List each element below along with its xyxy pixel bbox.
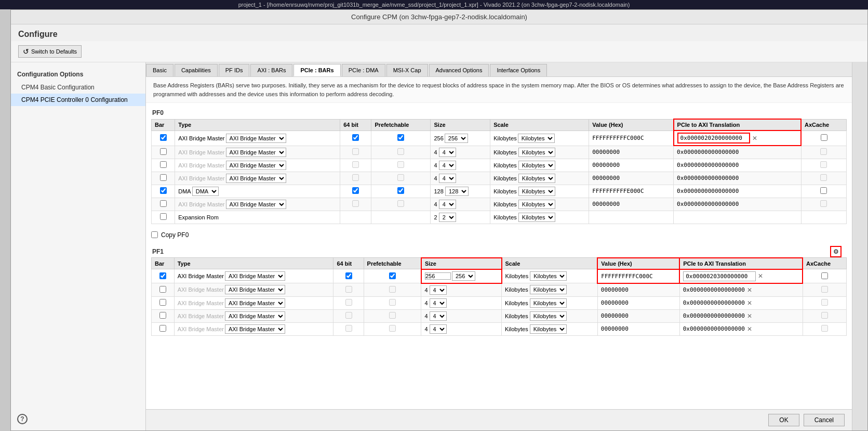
tab-pf-ids[interactable]: PF IDs [219, 64, 250, 76]
copy-pf0-label[interactable]: Copy PF0 [161, 231, 189, 239]
pf0-row6-enable[interactable] [160, 213, 167, 220]
tab-basic[interactable]: Basic [146, 64, 173, 76]
pf1-row1-size-select[interactable]: 4 [430, 285, 447, 295]
pf1-row2-axcache[interactable] [821, 299, 828, 306]
pf1-row0-axcache[interactable] [821, 272, 828, 279]
tab-capabilities[interactable]: Capabilities [175, 64, 218, 76]
pf0-row3-size-select[interactable]: 4 [439, 174, 456, 183]
pf0-row1-size-select[interactable]: 4 [439, 148, 456, 157]
pf1-row2-scale-select[interactable]: Kilobytes [530, 298, 567, 308]
pf1-row0-size-select[interactable]: 256 [452, 271, 475, 281]
pf1-row4-enable[interactable] [159, 325, 166, 332]
pf0-row5-type-select[interactable]: AXI Bridge Master [226, 200, 286, 209]
pf1-row0-type-select[interactable]: AXI Bridge Master [225, 271, 285, 281]
pf0-row5-axcache[interactable] [820, 200, 827, 207]
pf0-row0-axcache-checkbox[interactable] [821, 134, 827, 141]
pf1-row4-scale-select[interactable]: Kilobytes [530, 324, 567, 334]
pf0-row0-prefetchable-checkbox[interactable] [397, 134, 404, 141]
tab-msix-cap[interactable]: MSI-X Cap [386, 64, 428, 76]
pf1-row1-enable[interactable] [159, 286, 166, 293]
pf1-row1-64bit[interactable] [345, 286, 352, 293]
tab-advanced[interactable]: Advanced Options [429, 64, 489, 76]
pf0-row1-enable[interactable] [160, 148, 167, 155]
pf0-row1-scale-select[interactable]: Kilobytes [518, 148, 555, 157]
pf0-row3-axcache[interactable] [820, 174, 827, 181]
copy-pf0-checkbox[interactable] [151, 231, 158, 238]
pf1-row0-pcie-axi-input[interactable] [683, 271, 756, 281]
pf1-row0-prefetchable[interactable] [389, 272, 396, 279]
pf0-row5-64bit[interactable] [352, 200, 359, 207]
pf1-row3-scale-select[interactable]: Kilobytes [530, 311, 567, 321]
pf0-row0-64bit-checkbox[interactable] [352, 134, 359, 141]
pf0-row6-scale-select[interactable]: Kilobytes [518, 213, 555, 222]
pf1-row0-enable[interactable] [159, 272, 166, 279]
pf1-gear-icon[interactable]: ⚙ [830, 246, 842, 257]
pf1-row4-size-select[interactable]: 4 [430, 324, 447, 334]
pf0-row2-size-select[interactable]: 4 [439, 161, 456, 170]
tab-axi-bars[interactable]: AXI : BARs [250, 64, 292, 76]
pf1-row0-pcie-axi-clear[interactable]: ✕ [757, 272, 764, 280]
pf1-row4-axcache[interactable] [821, 325, 828, 332]
pf0-row1-prefetchable[interactable] [397, 148, 404, 155]
pf0-row0-enable-checkbox[interactable] [160, 134, 167, 141]
help-icon[interactable]: ? [17, 414, 28, 424]
pf1-row2-size-select[interactable]: 4 [430, 298, 447, 308]
switch-defaults-button[interactable]: ↺ Switch to Defaults [18, 45, 82, 58]
pf0-row0-scale-select[interactable]: Kilobytes [518, 134, 555, 143]
pf1-row1-pcie-axi-clear[interactable]: ✕ [746, 286, 753, 294]
pf1-row3-size-select[interactable]: 4 [430, 311, 447, 321]
sidebar-item-cpm4-basic[interactable]: CPM4 Basic Configuration [11, 81, 145, 94]
pf1-row2-enable[interactable] [159, 299, 166, 306]
pf1-row3-enable[interactable] [159, 312, 166, 319]
tab-pcie-bars[interactable]: PCIe : BARs [293, 64, 340, 76]
pf1-row3-type-select[interactable]: AXI Bridge Master [225, 311, 285, 321]
pf1-row1-scale-select[interactable]: Kilobytes [530, 285, 567, 294]
ok-button[interactable]: OK [768, 414, 799, 426]
pf1-row2-pcie-axi-clear[interactable]: ✕ [746, 299, 753, 307]
pf0-row6-size-select[interactable]: 2 [439, 213, 456, 222]
pf1-row3-axcache[interactable] [821, 312, 828, 319]
pf0-row0-type-select[interactable]: AXI Bridge Master [226, 134, 286, 143]
pf0-row2-axcache[interactable] [820, 161, 827, 168]
sidebar-item-cpm4-pcie[interactable]: CPM4 PCIE Controller 0 Configuration [11, 94, 145, 106]
pf0-row4-type-select[interactable]: DMA [192, 187, 219, 196]
pf0-row3-scale-select[interactable]: Kilobytes [518, 174, 555, 183]
pf0-row2-prefetchable[interactable] [397, 161, 404, 168]
pf0-row3-type-select[interactable]: AXI Bridge Master [226, 174, 286, 183]
pf0-row2-type-select[interactable]: AXI Bridge Master [226, 161, 286, 170]
pf1-row4-64bit[interactable] [345, 325, 352, 332]
pf0-row0-pcie-axi-input[interactable] [677, 133, 750, 143]
pf1-row2-type-select[interactable]: AXI Bridge Master [225, 298, 285, 308]
pf0-row0-pcie-axi-clear[interactable]: ✕ [751, 135, 758, 142]
pf0-row3-64bit[interactable] [352, 174, 359, 181]
tab-pcie-dma[interactable]: PCIe : DMA [342, 64, 385, 76]
pf1-row0-size-input[interactable] [425, 272, 451, 280]
pf0-row2-enable[interactable] [160, 161, 167, 168]
pf1-row2-prefetchable[interactable] [389, 299, 396, 306]
pf0-row2-64bit[interactable] [352, 161, 359, 168]
pf0-row5-scale-select[interactable]: Kilobytes [518, 200, 555, 209]
pf1-row1-type-select[interactable]: AXI Bridge Master [225, 285, 285, 294]
pf1-row4-prefetchable[interactable] [389, 325, 396, 332]
pf0-row4-enable[interactable] [160, 187, 167, 194]
pf1-row0-scale-select[interactable]: Kilobytes [530, 271, 567, 281]
pf1-row4-pcie-axi-clear[interactable]: ✕ [746, 325, 753, 333]
pf1-row3-pcie-axi-clear[interactable]: ✕ [746, 312, 753, 320]
pf1-row1-prefetchable[interactable] [389, 286, 396, 293]
pf0-row2-scale-select[interactable]: Kilobytes [518, 161, 555, 170]
tab-interface[interactable]: Interface Options [490, 64, 547, 76]
pf0-row1-type-select[interactable]: AXI Bridge Master [226, 148, 286, 157]
pf0-row4-prefetchable[interactable] [397, 187, 404, 194]
pf0-row1-axcache[interactable] [820, 148, 827, 155]
pf1-row2-64bit[interactable] [345, 299, 352, 306]
pf1-row3-64bit[interactable] [345, 312, 352, 319]
pf0-row4-axcache[interactable] [820, 187, 827, 194]
cancel-button[interactable]: Cancel [804, 414, 845, 426]
pf0-row5-size-select[interactable]: 4 [439, 200, 456, 209]
pf1-row1-axcache[interactable] [821, 286, 828, 293]
pf0-row4-64bit[interactable] [352, 187, 359, 194]
pf0-row3-prefetchable[interactable] [397, 174, 404, 181]
pf0-row0-size-select[interactable]: 256 [445, 134, 468, 143]
pf1-row0-64bit[interactable] [345, 272, 352, 279]
pf0-row3-enable[interactable] [160, 174, 167, 181]
